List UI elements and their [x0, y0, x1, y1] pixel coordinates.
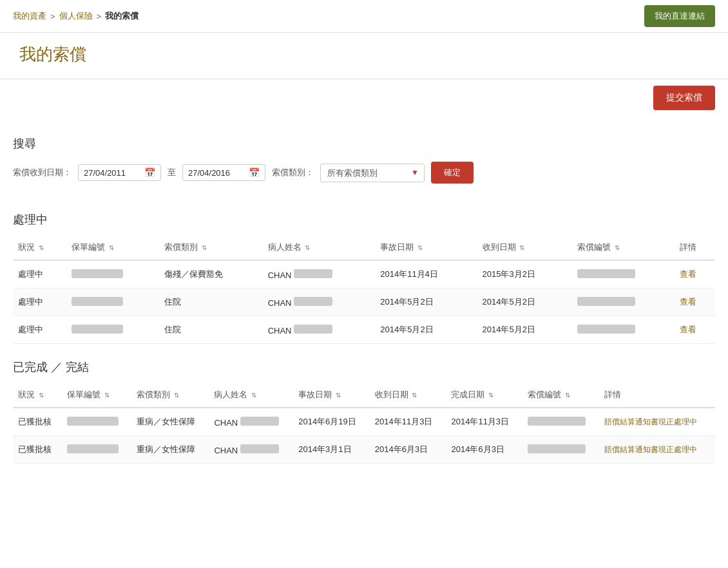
incident-date-cell: 2014年11月4日 — [375, 260, 477, 289]
received-date-cell: 2014年5月2日 — [477, 289, 572, 316]
detail-cell: 賠償結算通知書現正處理中 — [599, 408, 715, 436]
claim-no-cell — [572, 260, 675, 289]
policy-no-cell — [66, 260, 159, 289]
sort-icon[interactable]: ⇅ — [39, 244, 44, 251]
col-incident-2: 事故日期 ⇅ — [293, 383, 370, 408]
submit-claim-button[interactable]: 提交索償 — [653, 86, 715, 110]
claim-no-cell — [522, 436, 599, 464]
sort-icon[interactable]: ⇅ — [336, 392, 341, 399]
received-date-cell: 2014年5月2日 — [477, 316, 572, 344]
patient-name-cell: CHAN — [209, 436, 293, 464]
sort-icon[interactable]: ⇅ — [39, 392, 44, 399]
received-date-cell: 2014年11月3日 — [370, 408, 446, 436]
sort-icon[interactable]: ⇅ — [174, 392, 179, 399]
patient-name-cell: CHAN — [263, 316, 376, 344]
detail-cell: 賠償結算通知書現正處理中 — [599, 436, 715, 464]
search-confirm-button[interactable]: 確定 — [431, 162, 474, 184]
col-claim-no-2: 索償編號 ⇅ — [522, 383, 599, 408]
claim-type-cell: 重病／女性保障 — [131, 436, 209, 464]
sort-icon[interactable]: ⇅ — [412, 392, 417, 399]
incident-date-cell: 2014年3月1日 — [293, 436, 370, 464]
date-from-input[interactable] — [84, 168, 142, 178]
direct-link-button[interactable]: 我的直達連結 — [644, 5, 715, 27]
detail-text: 賠償結算通知書現正處理中 — [604, 417, 697, 426]
view-link[interactable]: 查看 — [680, 297, 696, 307]
breadcrumb: 我的資產 > 個人保險 > 我的索償 — [13, 10, 139, 22]
patient-name-cell: CHAN — [263, 260, 376, 289]
claim-no-cell — [522, 408, 599, 436]
breadcrumb-sep1: > — [50, 12, 55, 21]
date-from-label: 索償收到日期： — [13, 167, 72, 178]
incident-date-cell: 2014年5月2日 — [375, 316, 477, 344]
detail-cell: 查看 — [675, 260, 715, 289]
patient-name-cell: CHAN — [263, 289, 376, 316]
breadcrumb-sep2: > — [97, 12, 102, 21]
sort-icon[interactable]: ⇅ — [104, 392, 110, 399]
col-status-1: 狀況 ⇅ — [13, 235, 66, 260]
sort-icon[interactable]: ⇅ — [202, 244, 207, 251]
processing-table: 狀況 ⇅ 保單編號 ⇅ 索償類別 ⇅ 病人姓名 ⇅ 事故日期 ⇅ 收到日期 ⇅ … — [13, 235, 715, 344]
col-patient-2: 病人姓名 ⇅ — [209, 383, 293, 408]
col-completed-2: 完成日期 ⇅ — [446, 383, 522, 408]
col-policy-1: 保單編號 ⇅ — [66, 235, 159, 260]
claim-type-cell: 傷殘／保費豁免 — [159, 260, 262, 289]
policy-no-cell — [62, 436, 131, 464]
table-row: 處理中 住院 CHAN 2014年5月2日 2014年5月2日 查看 — [13, 316, 715, 344]
date-from-field: 📅 — [78, 164, 161, 181]
col-policy-2: 保單編號 ⇅ — [62, 383, 131, 408]
patient-name-cell: CHAN — [209, 408, 293, 436]
view-link[interactable]: 查看 — [680, 269, 696, 279]
status-cell: 處理中 — [13, 289, 66, 316]
col-received-1: 收到日期 ⇅ — [477, 235, 572, 260]
sort-icon[interactable]: ⇅ — [488, 392, 493, 399]
col-status-2: 狀況 ⇅ — [13, 383, 62, 408]
status-cell: 已獲批核 — [13, 408, 62, 436]
col-received-2: 收到日期 ⇅ — [370, 383, 446, 408]
received-date-cell: 2014年6月3日 — [370, 436, 446, 464]
detail-text: 賠償結算通知書現正處理中 — [604, 445, 697, 454]
breadcrumb-current: 我的索償 — [105, 10, 139, 22]
completed-section-title: 已完成 ／ 完結 — [13, 359, 715, 375]
page-title: 我的索償 — [19, 43, 709, 66]
view-link[interactable]: 查看 — [680, 325, 696, 334]
col-detail-2: 詳情 — [599, 383, 715, 408]
calendar-to-icon[interactable]: 📅 — [249, 167, 260, 178]
processing-section-title: 處理中 — [13, 212, 715, 227]
sort-icon[interactable]: ⇅ — [615, 244, 620, 251]
incident-date-cell: 2014年5月2日 — [375, 289, 477, 316]
sort-icon[interactable]: ⇅ — [109, 244, 114, 251]
claim-type-cell: 重病／女性保障 — [131, 408, 209, 436]
completed-table: 狀況 ⇅ 保單編號 ⇅ 索償類別 ⇅ 病人姓名 ⇅ 事故日期 ⇅ 收到日期 ⇅ … — [13, 383, 715, 464]
date-to-field: 📅 — [182, 164, 265, 181]
policy-no-cell — [66, 316, 159, 344]
sort-icon[interactable]: ⇅ — [565, 392, 570, 399]
search-title: 搜尋 — [13, 136, 715, 151]
claim-no-cell — [572, 289, 675, 316]
policy-no-cell — [66, 289, 159, 316]
sort-icon[interactable]: ⇅ — [417, 244, 423, 251]
date-to-input[interactable] — [188, 168, 246, 178]
received-date-cell: 2015年3月2日 — [477, 260, 572, 289]
col-claim-no-1: 索償編號 ⇅ — [572, 235, 675, 260]
col-claim-type-2: 索償類別 ⇅ — [131, 383, 209, 408]
status-cell: 已獲批核 — [13, 436, 62, 464]
detail-cell: 查看 — [675, 289, 715, 316]
claim-type-label: 索償類別： — [272, 167, 314, 178]
claim-type-cell: 住院 — [159, 289, 262, 316]
claim-type-select-wrap: 所有索償類別 ▼ — [320, 164, 425, 182]
sort-icon[interactable]: ⇅ — [305, 244, 310, 251]
claim-type-select[interactable]: 所有索償類別 — [321, 164, 424, 182]
breadcrumb-mid[interactable]: 個人保險 — [59, 10, 93, 22]
detail-cell: 查看 — [675, 316, 715, 344]
claim-type-cell: 住院 — [159, 316, 262, 344]
claim-no-cell — [572, 316, 675, 344]
sort-icon[interactable]: ⇅ — [251, 392, 256, 399]
calendar-from-icon[interactable]: 📅 — [144, 167, 155, 178]
status-cell: 處理中 — [13, 316, 66, 344]
breadcrumb-home[interactable]: 我的資產 — [13, 10, 46, 22]
sort-icon[interactable]: ⇅ — [519, 244, 524, 251]
completed-date-cell: 2014年6月3日 — [446, 436, 522, 464]
col-incident-1: 事故日期 ⇅ — [375, 235, 477, 260]
col-claim-type-1: 索償類別 ⇅ — [159, 235, 262, 260]
col-patient-1: 病人姓名 ⇅ — [263, 235, 376, 260]
